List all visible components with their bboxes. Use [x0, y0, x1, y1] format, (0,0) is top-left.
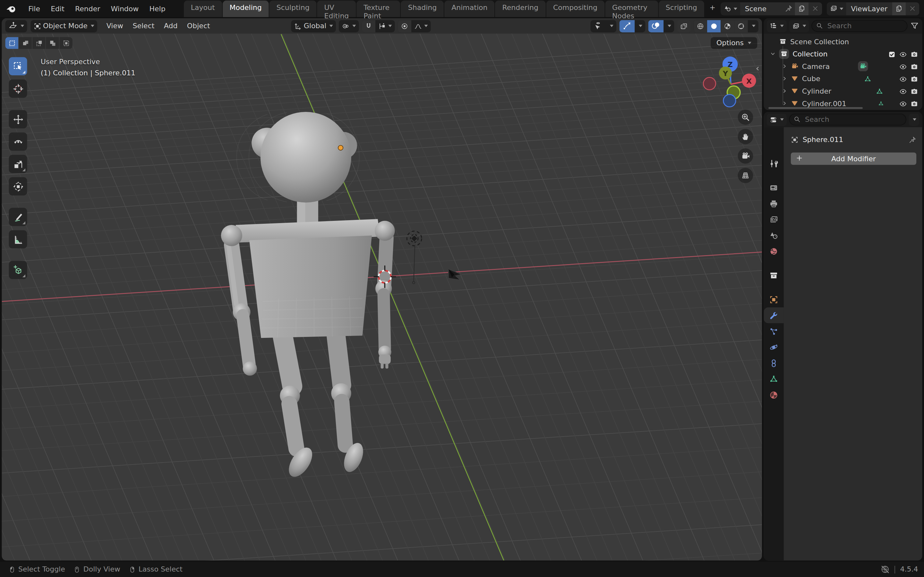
properties-tab-view-layer[interactable]	[764, 211, 783, 227]
workspace-tab-animation[interactable]: Animation	[444, 1, 494, 17]
properties-tab-collection[interactable]	[764, 268, 783, 284]
checkbox-toggle[interactable]	[888, 50, 896, 58]
shading-solid-button[interactable]	[707, 20, 720, 32]
viewport-menu-view[interactable]: View	[102, 20, 128, 32]
eye-toggle[interactable]	[899, 74, 907, 83]
workspace-tab-geometry-nodes[interactable]: Geometry Nodes	[605, 1, 658, 17]
properties-tab-scene[interactable]	[764, 227, 783, 243]
delete-scene-button[interactable]	[809, 2, 822, 15]
properties-tab-tool[interactable]	[764, 155, 783, 171]
properties-tab-object[interactable]	[764, 292, 783, 308]
pin-icon[interactable]	[909, 135, 916, 143]
viewport-menu-object[interactable]: Object	[182, 20, 215, 32]
outliner-row-collection[interactable]: Collection	[764, 48, 922, 60]
tool-annotate[interactable]	[9, 208, 27, 226]
new-viewlayer-button[interactable]	[892, 2, 906, 15]
properties-search[interactable]	[789, 113, 906, 125]
editor-type-button[interactable]	[5, 20, 27, 32]
outliner-row-cylinder[interactable]: Cylinder	[764, 85, 922, 97]
visibility-dropdown[interactable]	[606, 20, 616, 32]
mode-dropdown[interactable]: Object Mode	[31, 20, 97, 32]
axis-neg-z-ball[interactable]	[724, 95, 736, 107]
outliner-display-mode-button[interactable]	[789, 20, 809, 32]
outliner-row-cube[interactable]: Cube	[764, 73, 922, 85]
pan-button[interactable]	[738, 129, 753, 144]
menu-render[interactable]: Render	[69, 3, 105, 15]
photocam-toggle[interactable]	[911, 50, 918, 58]
snap-toggle[interactable]	[362, 20, 375, 32]
menu-edit[interactable]: Edit	[45, 3, 70, 15]
properties-tab-physics[interactable]	[764, 339, 783, 355]
select-mode-new[interactable]	[5, 37, 18, 49]
properties-tab-particles[interactable]	[764, 323, 783, 339]
add-modifier-button[interactable]: Add Modifier	[791, 153, 916, 165]
gizmos-dropdown[interactable]	[635, 20, 645, 32]
tool-measure[interactable]	[9, 230, 27, 248]
select-mode-subtract[interactable]	[32, 37, 45, 49]
shading-material-button[interactable]	[720, 20, 734, 32]
axis-neg-x-ball[interactable]	[703, 77, 716, 90]
viewlayer-name[interactable]: ViewLayer	[846, 5, 892, 13]
select-mode-extend[interactable]	[19, 37, 32, 49]
tool-transform[interactable]	[9, 177, 27, 195]
tool-select-box[interactable]	[9, 57, 27, 75]
properties-tab-modifiers[interactable]	[764, 308, 783, 324]
tool-add-cube[interactable]	[9, 261, 27, 279]
photocam-toggle[interactable]	[911, 87, 918, 95]
eye-toggle[interactable]	[899, 62, 907, 71]
viewport-canvas[interactable]: User Perspective (1) Collection | Sphere…	[2, 34, 762, 561]
delete-viewlayer-button[interactable]	[906, 2, 919, 15]
menu-window[interactable]: Window	[105, 3, 144, 15]
viewlayer-browse-button[interactable]	[827, 2, 846, 15]
menu-help[interactable]: Help	[144, 3, 171, 15]
tool-cursor[interactable]	[9, 79, 27, 98]
properties-tab-world[interactable]	[764, 243, 783, 259]
shading-rendered-button[interactable]	[734, 20, 748, 32]
tool-scale[interactable]	[9, 155, 27, 173]
outliner-editor-type-button[interactable]	[767, 20, 787, 32]
properties-tab-material[interactable]	[764, 387, 783, 403]
workspace-tab-layout[interactable]: Layout	[184, 1, 222, 17]
pin-icon[interactable]	[785, 5, 793, 13]
outliner-search-input[interactable]	[811, 20, 907, 32]
photocam-toggle[interactable]	[911, 99, 918, 107]
viewport-menu-select[interactable]: Select	[128, 20, 159, 32]
orientation-dropdown[interactable]: Global	[291, 20, 336, 32]
shading-dropdown[interactable]	[748, 20, 758, 32]
eye-toggle[interactable]	[899, 87, 907, 95]
show-overlays-toggle[interactable]	[648, 20, 664, 32]
falloff-dropdown[interactable]	[411, 20, 431, 32]
eye-toggle[interactable]	[899, 50, 907, 58]
sidebar-collapse-handle[interactable]	[754, 64, 761, 73]
viewlayer-selector[interactable]: ViewLayer	[827, 2, 919, 15]
add-workspace-button[interactable]: +	[705, 0, 720, 17]
select-mode-invert[interactable]	[46, 37, 59, 49]
workspace-tab-modeling[interactable]: Modeling	[222, 1, 268, 17]
outliner-row-camera[interactable]: Camera	[764, 60, 922, 73]
outliner-search[interactable]	[811, 20, 907, 32]
show-gizmos-toggle[interactable]	[619, 20, 635, 32]
scene-selector[interactable]: Scene	[720, 2, 822, 15]
workspace-tab-texture-paint[interactable]: Texture Paint	[357, 1, 401, 17]
pivot-dropdown[interactable]	[339, 20, 359, 32]
workspace-tab-compositing[interactable]: Compositing	[546, 1, 604, 17]
properties-options-button[interactable]	[909, 113, 919, 126]
workspace-tab-sculpting[interactable]: Sculpting	[270, 1, 317, 17]
filter-icon[interactable]	[910, 21, 919, 31]
select-mode-intersect[interactable]	[60, 37, 73, 49]
properties-tab-render[interactable]	[764, 179, 783, 195]
workspace-tab-rendering[interactable]: Rendering	[495, 1, 545, 17]
tool-rotate[interactable]	[9, 132, 27, 151]
scene-name[interactable]: Scene	[740, 5, 785, 13]
viewport-menu-add[interactable]: Add	[159, 20, 182, 32]
perspective-toggle-button[interactable]	[738, 168, 753, 183]
eye-toggle[interactable]	[899, 99, 907, 107]
shading-wireframe-button[interactable]	[694, 20, 707, 32]
properties-editor-type-button[interactable]	[767, 113, 787, 126]
menu-file[interactable]: File	[23, 3, 45, 15]
photocam-toggle[interactable]	[911, 74, 918, 83]
scene-browse-button[interactable]	[720, 2, 740, 15]
navigation-gizmo[interactable]: Z Y X	[695, 49, 762, 119]
xray-toggle[interactable]	[677, 20, 690, 32]
outliner-row-scene-collection[interactable]: Scene Collection	[764, 35, 922, 48]
